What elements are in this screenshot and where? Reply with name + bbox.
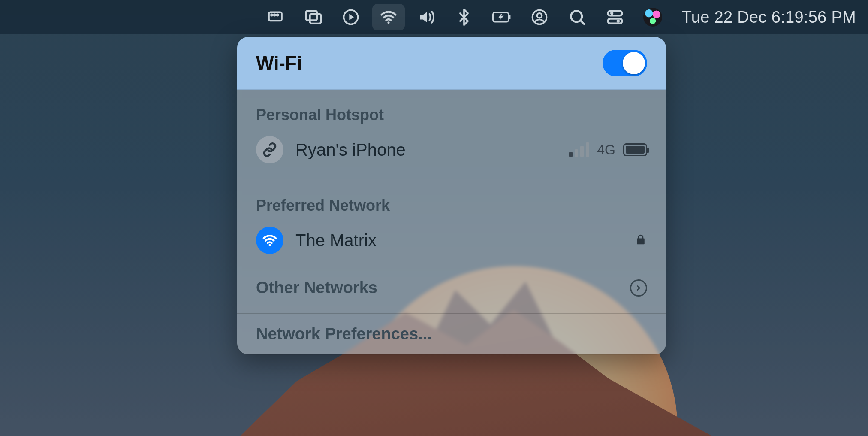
menubar-control-center-icon[interactable] [599,4,631,30]
menubar-dock-icon[interactable] [259,4,292,30]
hotspot-device-name: Ryan's iPhone [295,140,406,160]
personal-hotspot-label: Personal Hotspot [256,97,647,129]
wifi-popover: Wi-Fi Personal Hotspot Ryan's iPhone 4G [237,37,666,354]
hotspot-device-row[interactable]: Ryan's iPhone 4G [256,129,647,171]
preferred-network-name: The Matrix [295,231,377,250]
hotspot-battery-icon [623,143,647,156]
cellular-type-label: 4G [597,142,615,158]
svg-point-14 [610,12,613,15]
menubar-now-playing-icon[interactable] [335,4,367,30]
menubar-user-icon[interactable] [523,4,556,30]
network-preferences-row[interactable]: Network Preferences... [237,313,666,354]
network-preferences-label: Network Preferences... [256,325,432,343]
svg-point-16 [616,20,619,23]
wifi-title: Wi-Fi [256,52,302,74]
wifi-header-row: Wi-Fi [237,37,666,90]
preferred-network-label: Preferred Network [256,188,647,220]
menubar-clock[interactable]: Tue 22 Dec 6:19:56 PM [674,8,856,27]
menubar-spotlight-icon[interactable] [561,4,594,30]
menubar-mission-control-icon[interactable] [297,4,329,30]
svg-point-3 [277,14,278,15]
wifi-toggle[interactable] [603,50,647,76]
svg-rect-13 [608,11,622,15]
other-networks-label: Other Networks [256,279,377,297]
svg-rect-0 [269,12,282,21]
chevron-right-icon [630,279,647,297]
lock-icon [634,232,647,248]
menubar-bluetooth-icon[interactable] [448,4,480,30]
menubar-wifi-icon[interactable] [372,4,405,30]
svg-rect-4 [306,11,317,20]
wifi-network-icon [256,227,283,254]
svg-point-7 [387,21,389,24]
preferred-network-row[interactable]: The Matrix [256,220,647,262]
menubar-siri-icon[interactable] [636,4,669,30]
menubar-tray: Tue 22 Dec 6:19:56 PM [259,4,856,30]
svg-rect-9 [509,15,510,19]
cellular-signal-icon [569,142,589,157]
preferred-network-section: Preferred Network The Matrix [237,180,666,262]
svg-rect-15 [608,19,622,24]
menubar-volume-icon[interactable] [410,4,443,30]
personal-hotspot-section: Personal Hotspot Ryan's iPhone 4G [237,90,666,171]
menubar: Tue 22 Dec 6:19:56 PM [0,0,868,34]
menubar-battery-icon[interactable] [485,4,518,30]
other-networks-row[interactable]: Other Networks [237,267,666,308]
svg-point-2 [274,14,275,15]
hotspot-link-icon [256,136,283,164]
svg-point-11 [537,13,542,18]
svg-point-1 [271,14,272,15]
hotspot-status: 4G [569,142,647,158]
svg-point-17 [268,244,271,246]
svg-rect-5 [310,14,321,24]
